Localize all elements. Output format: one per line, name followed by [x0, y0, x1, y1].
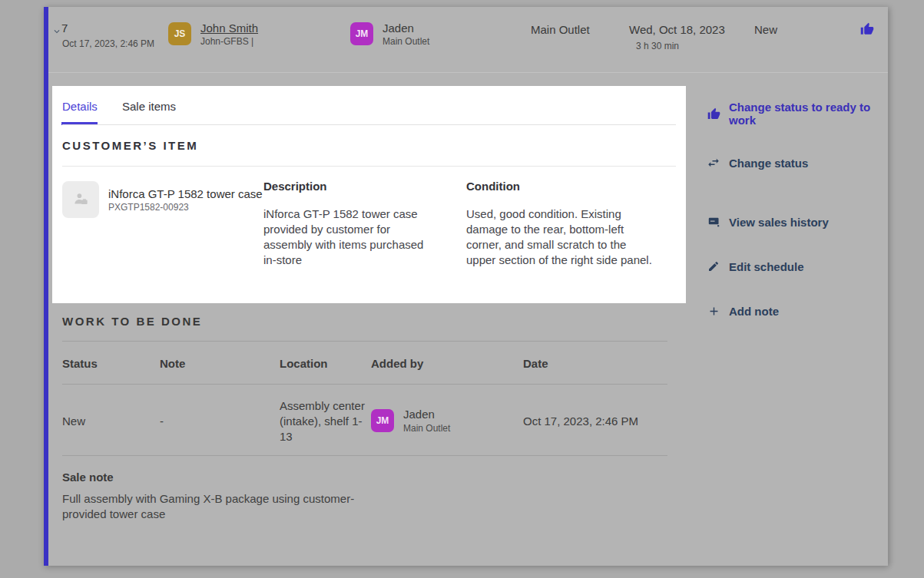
table-divider: [62, 384, 667, 385]
duration: 3 h 30 min: [636, 41, 679, 51]
table-divider: [62, 455, 667, 456]
customer-name-link[interactable]: John Smith: [200, 21, 258, 35]
assignee-name: Jaden: [383, 21, 414, 35]
work-order-screen: 7 Oct 17, 2023, 2:46 PM JS John Smith Jo…: [0, 0, 924, 578]
condition-text: Used, good condition. Existing damage to…: [466, 206, 652, 268]
chevron-down-icon[interactable]: [51, 26, 62, 37]
swap-arrows-icon: [707, 156, 720, 170]
panel-accent-bar: [44, 7, 48, 566]
tab-details[interactable]: Details: [62, 100, 98, 113]
action-label: Change status to ready to work: [729, 101, 874, 127]
row-location: Assembly center (intake), shelf 1-13: [280, 398, 366, 444]
assignee-outlet: Main Outlet: [383, 36, 429, 47]
sale-note-text: Full assembly with Gaming X-B package us…: [62, 491, 369, 522]
row-added-by-avatar: JM: [371, 409, 394, 432]
item-placeholder-icon: [62, 181, 99, 218]
view-sales-history-button[interactable]: View sales history: [707, 211, 829, 233]
column-header-status: Status: [62, 357, 98, 370]
customer-item-section-title: CUSTOMER’S ITEM: [62, 139, 198, 152]
tab-sale-items[interactable]: Sale items: [122, 100, 176, 113]
order-number: 7: [61, 21, 68, 35]
table-divider: [62, 341, 667, 342]
tab-bar-divider: [62, 124, 676, 125]
action-label: Add note: [729, 305, 779, 318]
header-divider: [48, 72, 888, 73]
description-label: Description: [263, 180, 327, 193]
order-created-datetime: Oct 17, 2023, 2:46 PM: [62, 38, 154, 49]
add-note-button[interactable]: Add note: [707, 300, 779, 322]
column-header-note: Note: [160, 357, 185, 370]
plus-icon: [707, 304, 720, 318]
description-text: iNforca GT-P 1582 tower case provided by…: [263, 206, 426, 268]
change-status-ready-button[interactable]: Change status to ready to work: [707, 97, 874, 130]
sales-history-icon: [707, 215, 720, 229]
item-code: PXGTP1582-00923: [108, 202, 189, 213]
outlet-label: Main Outlet: [531, 23, 590, 36]
due-date: Wed, Oct 18, 2023: [629, 23, 725, 36]
condition-label: Condition: [466, 180, 520, 193]
customer-meta: John-GFBS |: [200, 36, 253, 47]
customer-avatar: JS: [168, 22, 191, 45]
row-status: New: [62, 415, 85, 428]
row-added-by-outlet: Main Outlet: [403, 423, 450, 434]
row-note: -: [160, 415, 164, 428]
action-label: Edit schedule: [729, 260, 804, 273]
assignee-avatar: JM: [350, 22, 373, 45]
item-name: iNforca GT-P 1582 tower case: [108, 187, 263, 200]
sale-note-label: Sale note: [62, 471, 114, 484]
card-divider: [62, 166, 676, 167]
row-added-by-name: Jaden: [403, 408, 435, 421]
pencil-icon: [707, 259, 720, 273]
edit-schedule-button[interactable]: Edit schedule: [707, 256, 804, 277]
column-header-date: Date: [523, 357, 548, 370]
column-header-added-by: Added by: [371, 357, 423, 370]
column-header-location: Location: [280, 357, 328, 370]
change-status-button[interactable]: Change status: [707, 152, 808, 173]
status-label: New: [754, 23, 777, 36]
row-date: Oct 17, 2023, 2:46 PM: [523, 415, 638, 428]
thumb-up-icon: [707, 107, 720, 121]
work-section-title: WORK TO BE DONE: [62, 315, 202, 328]
action-label: View sales history: [729, 216, 829, 229]
action-label: Change status: [729, 157, 808, 170]
thumb-up-icon[interactable]: [860, 22, 874, 36]
